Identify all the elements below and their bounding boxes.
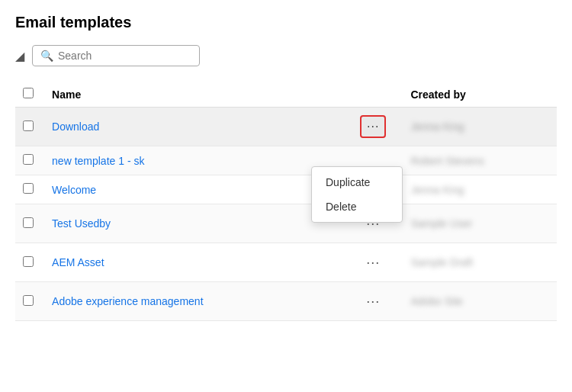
search-box: 🔍 xyxy=(32,45,200,66)
filter-icon[interactable]: ◢ xyxy=(15,49,24,63)
template-name-link[interactable]: new template 1 - sk xyxy=(52,155,144,167)
row-checkbox[interactable] xyxy=(23,217,34,228)
delete-menu-item[interactable]: Delete xyxy=(312,194,402,219)
more-actions-button[interactable]: ··· xyxy=(360,115,386,138)
row-checkbox[interactable] xyxy=(23,120,34,131)
table-row: Test Usedby···Sample User xyxy=(15,204,557,243)
template-name-link[interactable]: AEM Asset xyxy=(52,256,104,268)
created-by-header: Created by xyxy=(403,82,557,108)
context-menu: Duplicate Delete xyxy=(311,166,403,223)
created-by-value: Robert Stevens xyxy=(410,155,484,167)
template-name-link[interactable]: Download xyxy=(52,120,99,133)
template-name-link[interactable]: Welcome xyxy=(52,184,96,196)
created-by-value: Sample Draft xyxy=(410,256,473,268)
created-by-value: Sample User xyxy=(410,217,472,230)
duplicate-menu-item[interactable]: Duplicate xyxy=(312,170,402,194)
template-name-link[interactable]: Adobe experience management xyxy=(52,295,203,307)
search-icon: 🔍 xyxy=(40,50,53,62)
more-actions-button[interactable]: ··· xyxy=(360,290,386,313)
table-row: Adobe experience management···Adobo Site xyxy=(15,282,557,321)
template-name-link[interactable]: Test Usedby xyxy=(52,217,111,230)
created-by-value: Adobo Site xyxy=(410,295,463,307)
row-checkbox[interactable] xyxy=(23,154,34,165)
table-row: Download···Jenna King xyxy=(15,108,557,146)
more-actions-button[interactable]: ··· xyxy=(360,251,386,274)
page-title: Email templates xyxy=(15,14,557,31)
row-checkbox[interactable] xyxy=(23,256,34,267)
name-header: Name xyxy=(44,82,343,108)
page: Email templates ◢ 🔍 Name Created by Down… xyxy=(0,0,572,392)
templates-table: Name Created by Download···Jenna Kingnew… xyxy=(15,82,557,321)
select-all-header xyxy=(15,82,44,108)
table-row: new template 1 - skRobert Stevens xyxy=(15,146,557,175)
table-row: AEM Asset···Sample Draft xyxy=(15,243,557,282)
created-by-value: Jenna King xyxy=(410,120,464,133)
select-all-checkbox[interactable] xyxy=(23,88,34,98)
toolbar: ◢ 🔍 xyxy=(15,45,557,66)
actions-header xyxy=(343,82,403,108)
search-input[interactable] xyxy=(58,50,191,62)
row-checkbox[interactable] xyxy=(23,183,34,194)
table-row: WelcomeJenna King xyxy=(15,175,557,204)
created-by-value: Jenna King xyxy=(410,184,464,196)
row-checkbox[interactable] xyxy=(23,295,34,306)
